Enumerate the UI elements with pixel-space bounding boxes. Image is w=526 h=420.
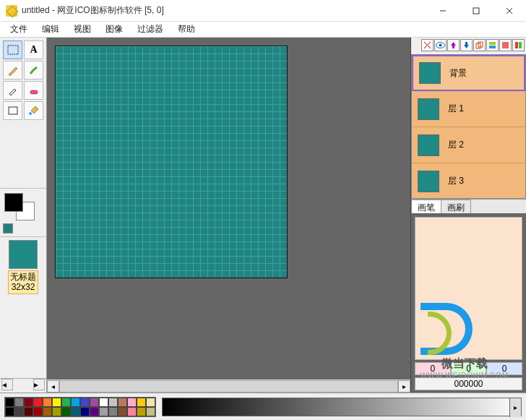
palette-swatch[interactable] xyxy=(80,398,90,407)
layer-row[interactable]: 层 1 xyxy=(412,91,525,127)
active-color-swatch[interactable] xyxy=(3,223,13,233)
palette-swatch[interactable] xyxy=(14,407,24,416)
r-value: 0 xyxy=(415,362,451,375)
pencil-tool[interactable] xyxy=(3,61,22,80)
palette-swatch[interactable] xyxy=(146,398,155,407)
palette-swatch[interactable] xyxy=(71,407,80,416)
right-panel: 背景层 1层 2层 3 画笔 画刷 0 0 0 000000 xyxy=(410,38,526,393)
palette-swatch[interactable] xyxy=(33,407,43,416)
palette-swatch[interactable] xyxy=(80,407,90,416)
tool-grid: A xyxy=(0,38,46,123)
svg-rect-1 xyxy=(473,8,479,14)
foreground-color[interactable] xyxy=(4,193,23,212)
tab-brush[interactable]: 画笔 xyxy=(411,200,441,213)
thumb-next-button[interactable]: ▸ xyxy=(33,379,45,390)
layer-opt-a-button[interactable] xyxy=(499,39,512,51)
canvas-area: ◂ ▸ xyxy=(47,38,410,393)
g-value: 0 xyxy=(451,362,487,375)
svg-rect-14 xyxy=(489,42,496,45)
layer-delete-button[interactable] xyxy=(421,39,434,51)
menu-filter[interactable]: 过滤器 xyxy=(130,22,171,36)
left-panel: A 无标题 32x32 ◂ ▸ xyxy=(0,38,47,393)
palette-swatch[interactable] xyxy=(99,407,108,416)
palette-swatch[interactable] xyxy=(24,407,33,416)
layer-duplicate-button[interactable] xyxy=(473,39,486,51)
palette-swatch[interactable] xyxy=(52,398,61,407)
eyedropper-tool[interactable] xyxy=(3,81,22,100)
palette-swatch[interactable] xyxy=(43,398,52,407)
brush-tool[interactable] xyxy=(24,61,43,80)
palette-swatch[interactable] xyxy=(99,398,108,407)
scroll-track[interactable] xyxy=(59,380,398,393)
scroll-right-button[interactable]: ▸ xyxy=(398,380,410,393)
palette-swatch[interactable] xyxy=(90,398,99,407)
palette-swatch[interactable] xyxy=(5,398,14,407)
svg-rect-4 xyxy=(8,46,18,54)
menu-image[interactable]: 图像 xyxy=(98,22,130,36)
titlebar: untitled - 网亚ICO图标制作软件 [5, 0] xyxy=(0,0,526,22)
eraser-tool[interactable] xyxy=(24,81,43,100)
palette-swatch[interactable] xyxy=(33,398,43,407)
palette-swatch[interactable] xyxy=(61,398,71,407)
layer-list: 背景层 1层 2层 3 xyxy=(411,54,526,199)
palette-swatch[interactable] xyxy=(52,407,61,416)
menu-edit[interactable]: 编辑 xyxy=(35,22,66,36)
close-button[interactable] xyxy=(493,0,526,22)
layer-thumb-icon xyxy=(419,62,441,84)
horizontal-scrollbar[interactable]: ◂ ▸ xyxy=(47,380,410,393)
palette-swatch[interactable] xyxy=(14,398,24,407)
layer-name-label: 背景 xyxy=(449,67,467,80)
menu-help[interactable]: 帮助 xyxy=(171,22,202,36)
layer-merge-button[interactable] xyxy=(486,39,499,51)
palette-swatch[interactable] xyxy=(61,407,71,416)
color-palette xyxy=(4,397,156,417)
maximize-button[interactable] xyxy=(460,0,493,22)
layer-row[interactable]: 层 3 xyxy=(412,163,525,199)
palette-swatch[interactable] xyxy=(24,398,33,407)
minimize-button[interactable] xyxy=(426,0,460,22)
layer-visibility-button[interactable] xyxy=(434,39,447,51)
layer-opt-b-button[interactable] xyxy=(512,39,525,51)
gradient-strip[interactable]: ▸ xyxy=(162,398,522,416)
rgb-info: 0 0 0 xyxy=(411,360,526,377)
menu-file[interactable]: 文件 xyxy=(3,22,35,36)
palette-swatch[interactable] xyxy=(118,398,127,407)
palette-swatch[interactable] xyxy=(137,398,146,407)
palette-swatch[interactable] xyxy=(5,407,14,416)
palette-swatch[interactable] xyxy=(127,407,137,416)
workspace: A 无标题 32x32 ◂ ▸ xyxy=(0,38,526,393)
palette-swatch[interactable] xyxy=(137,407,146,416)
menubar: 文件 编辑 视图 图像 过滤器 帮助 xyxy=(0,22,526,38)
thumbnail-label: 无标题 32x32 xyxy=(8,270,38,294)
palette-swatch[interactable] xyxy=(43,407,52,416)
layer-move-up-button[interactable] xyxy=(447,39,460,51)
fill-tool[interactable] xyxy=(24,101,43,120)
palette-swatch[interactable] xyxy=(90,407,99,416)
thumb-prev-button[interactable]: ◂ xyxy=(1,379,13,390)
layer-row[interactable]: 背景 xyxy=(412,55,525,91)
brush-tabs: 画笔 画刷 xyxy=(411,199,526,213)
layer-row[interactable]: 层 2 xyxy=(412,127,525,163)
palette-swatch[interactable] xyxy=(118,407,127,416)
palette-swatch[interactable] xyxy=(108,398,118,407)
palette-swatch[interactable] xyxy=(71,398,80,407)
scroll-left-button[interactable]: ◂ xyxy=(47,380,59,393)
canvas-thumbnail[interactable] xyxy=(9,240,38,269)
pixel-canvas[interactable] xyxy=(55,46,288,278)
text-tool[interactable]: A xyxy=(24,40,43,59)
palette-swatch[interactable] xyxy=(127,398,137,407)
palette-swatch[interactable] xyxy=(146,407,155,416)
layer-name-label: 层 1 xyxy=(448,103,464,115)
tab-brushset[interactable]: 画刷 xyxy=(441,200,471,213)
color-picker-area xyxy=(0,188,46,236)
rectangle-tool[interactable] xyxy=(3,101,22,120)
layer-thumb-icon xyxy=(418,171,439,192)
rect-select-tool[interactable] xyxy=(3,40,22,59)
menu-view[interactable]: 视图 xyxy=(66,22,98,36)
layer-thumb-icon xyxy=(418,134,439,156)
layer-move-down-button[interactable] xyxy=(460,39,473,51)
bottom-bar: ▸ xyxy=(0,393,526,420)
document-thumbnails: 无标题 32x32 xyxy=(0,236,46,378)
gradient-next-button[interactable]: ▸ xyxy=(509,398,521,417)
palette-swatch[interactable] xyxy=(108,407,118,416)
